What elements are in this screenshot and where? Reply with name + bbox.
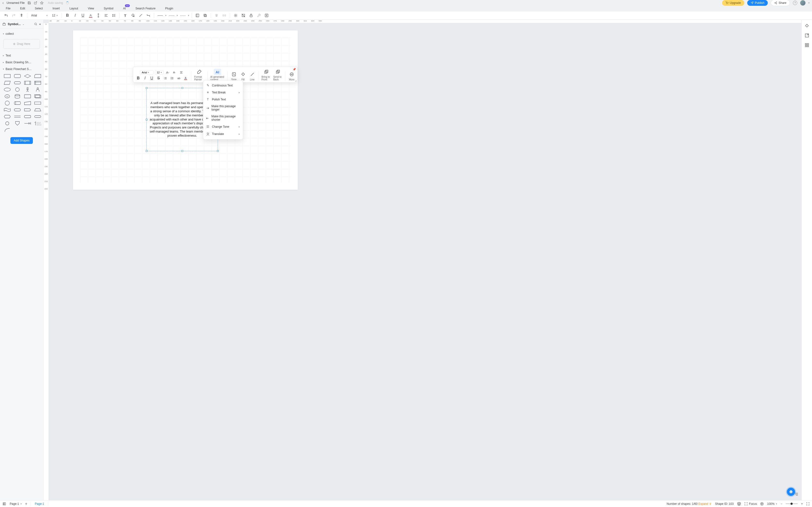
format-painter-icon[interactable] (18, 12, 24, 18)
align-objects-icon[interactable] (213, 12, 220, 18)
ft-numbered-list-icon[interactable]: 123 (163, 75, 168, 81)
underline-icon[interactable]: U (80, 12, 86, 18)
ft-front-group[interactable]: Bring to Front (261, 68, 271, 81)
shape-hexagon[interactable] (3, 114, 12, 119)
shape-person[interactable] (33, 87, 42, 92)
shape-rect[interactable] (3, 73, 12, 79)
zoom-select[interactable]: 100% ▾ (767, 502, 777, 506)
zoom-slider-knob[interactable] (791, 503, 793, 505)
shape-round-rect[interactable] (13, 73, 22, 79)
ft-font-select[interactable]: Arial▾ (140, 70, 153, 74)
ai-make-longer[interactable]: ⇥Make this passage longer (203, 103, 243, 113)
ft-style-group[interactable]: Style (231, 71, 237, 81)
redo-icon[interactable] (11, 12, 17, 18)
shape-cylinder-h[interactable] (13, 101, 22, 106)
page-tab[interactable]: Page-1 (31, 501, 48, 506)
align-icon[interactable] (103, 12, 109, 18)
shape-stacked[interactable] (33, 94, 42, 99)
publish-button[interactable]: Publish (747, 0, 768, 6)
chat-bubble-icon[interactable] (787, 488, 795, 496)
ft-ai-group[interactable]: AI AI generated content (210, 69, 224, 81)
decrease-font-icon[interactable]: A− (172, 70, 177, 75)
shape-actor[interactable] (23, 87, 32, 92)
sidebar-group-collect[interactable]: ▾collect (2, 31, 41, 37)
line-spacing-icon[interactable] (111, 12, 117, 18)
shape-open-rect[interactable] (23, 94, 32, 99)
menu-symbol[interactable]: Symbol (104, 7, 113, 10)
format-panel-icon[interactable] (804, 23, 810, 29)
presentation-icon[interactable] (760, 502, 764, 506)
shape-wave[interactable] (3, 107, 12, 113)
tools-icon[interactable] (256, 12, 262, 18)
ft-format-painter-group[interactable]: Format Painter (194, 68, 204, 81)
add-shapes-button[interactable]: Add Shapes (10, 137, 33, 144)
share-button[interactable]: Share (771, 0, 790, 6)
shape-parallel-lines[interactable] (13, 114, 22, 119)
italic-icon[interactable]: I (72, 12, 78, 18)
page-layout-icon[interactable] (194, 12, 201, 18)
menu-ai[interactable]: AIhot (123, 7, 126, 10)
collapse-sidebar-icon[interactable]: « (39, 22, 41, 26)
ft-bold-icon[interactable]: B (136, 75, 141, 81)
menu-insert[interactable]: Insert (52, 7, 60, 10)
line-dashed-select[interactable] (168, 12, 175, 18)
shape-diamond[interactable] (23, 73, 32, 79)
increase-font-icon[interactable]: A+ (165, 70, 170, 75)
menu-edit[interactable]: Edit (20, 7, 25, 10)
save-icon[interactable] (28, 1, 31, 5)
font-select[interactable]: Arial▾ (30, 13, 49, 18)
upgrade-button[interactable]: Upgrade (722, 0, 744, 6)
help-icon[interactable]: ? (793, 1, 797, 5)
shape-annotation[interactable]: Drag the sideline handle tochange the wi… (33, 121, 42, 126)
expand-link[interactable]: Expand (698, 502, 708, 506)
search-icon[interactable] (34, 22, 37, 25)
ft-underline-icon[interactable]: U (149, 75, 154, 81)
ft-align-icon[interactable] (179, 70, 184, 75)
ft-text-color-icon[interactable]: A (183, 75, 188, 81)
ft-more-group[interactable]: More (288, 71, 295, 81)
text-color-icon[interactable]: A (88, 12, 94, 18)
menu-plugin[interactable]: Plugin (165, 7, 173, 10)
text-height-icon[interactable] (95, 12, 101, 18)
menu-layout[interactable]: Layout (69, 7, 78, 10)
resize-handle-bm[interactable] (182, 150, 183, 152)
shape-big-circle[interactable] (3, 101, 12, 106)
font-size-select[interactable]: 12▾ (51, 13, 59, 18)
insert-panel-icon[interactable] (804, 33, 810, 38)
shape-stadium[interactable] (13, 107, 22, 113)
export-icon[interactable] (263, 12, 270, 18)
ai-change-tone[interactable]: ☰Change Tone▸ (203, 123, 243, 130)
zoom-slider[interactable] (785, 503, 798, 504)
ft-strike-icon[interactable]: S (156, 75, 161, 81)
ai-continuous-text[interactable]: ✎Continuous Text (203, 82, 243, 89)
sidebar-group-basic-drawing[interactable]: ▸Basic Drawing Sh… (2, 59, 41, 66)
ft-font-size-select[interactable]: 12▾ (155, 70, 163, 74)
shape-card[interactable] (33, 73, 42, 79)
shape-tag[interactable] (23, 107, 32, 113)
undo-icon[interactable] (3, 12, 9, 18)
drag-here-zone[interactable]: ⊕Drag Here (3, 39, 40, 49)
shape-pill[interactable] (33, 114, 42, 119)
filename[interactable]: Unnamed File (6, 1, 24, 5)
focus-button[interactable]: Focus (744, 502, 757, 506)
bold-icon[interactable]: B (64, 12, 70, 18)
shape-circle[interactable] (13, 87, 22, 92)
ai-text-break[interactable]: ≡Text Break▸ (203, 89, 243, 96)
shape-trapezoid[interactable] (33, 107, 42, 113)
back-icon[interactable]: ‹ (2, 1, 4, 5)
avatar[interactable] (800, 0, 806, 6)
fill-icon[interactable] (130, 12, 136, 18)
shape-shield[interactable] (13, 121, 22, 126)
ft-line-group[interactable]: Line (249, 71, 256, 81)
connector-icon[interactable] (145, 12, 152, 18)
menu-file[interactable]: File (6, 7, 10, 10)
line-style-icon[interactable] (138, 12, 144, 18)
shape-curve[interactable] (3, 127, 12, 133)
shape-small-circle[interactable] (3, 121, 12, 126)
distribute-icon[interactable] (221, 12, 227, 18)
ft-fill-group[interactable]: Fill (240, 71, 247, 81)
page-select[interactable]: Page-1 ▾ (10, 502, 22, 506)
drag-corner-icon[interactable]: ◢ (295, 79, 297, 82)
shape-cylinder[interactable] (13, 94, 22, 99)
sidebar-group-text[interactable]: ▸Text (2, 52, 41, 59)
